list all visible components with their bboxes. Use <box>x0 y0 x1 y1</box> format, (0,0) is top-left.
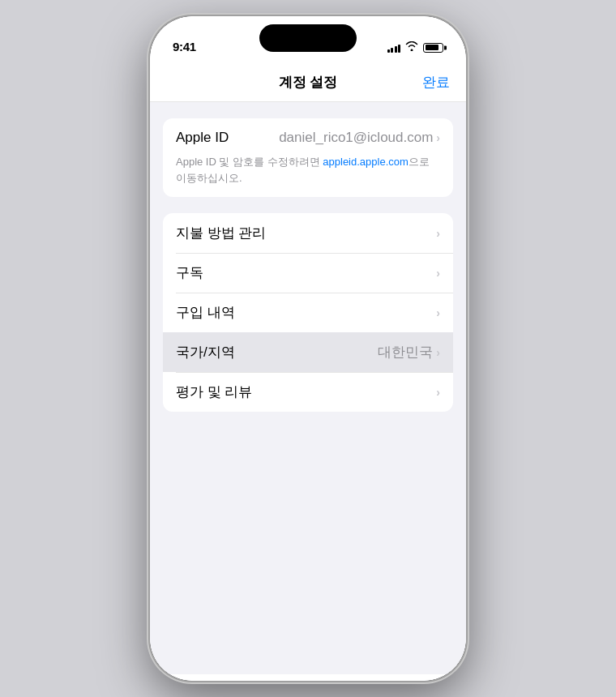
settings-content: Apple ID daniel_rico1@icloud.com › Apple… <box>150 102 466 674</box>
chevron-icon: › <box>436 306 440 319</box>
menu-section-group: 지불 방법 관리 › 구독 › 구입 내역 › <box>163 213 453 412</box>
appleid-link[interactable]: appleid.apple.com <box>323 156 409 168</box>
page-title: 계정 설정 <box>261 73 356 92</box>
dynamic-island <box>259 24 357 52</box>
menu-item-label: 구입 내역 <box>176 303 235 322</box>
menu-item-right: 대한민국 › <box>378 343 440 361</box>
status-time: 9:41 <box>173 40 196 53</box>
chevron-icon: › <box>436 267 440 280</box>
content-area: 계정 설정 완료 Apple ID daniel_rico1@icloud.co… <box>150 60 466 681</box>
menu-item-label: 구독 <box>176 263 203 282</box>
status-icons <box>387 41 444 53</box>
list-item[interactable]: 구독 › <box>163 253 453 293</box>
apple-id-chevron-icon: › <box>436 131 440 144</box>
nav-header: 계정 설정 완료 <box>150 60 466 102</box>
apple-id-email: daniel_rico1@icloud.com <box>279 130 433 146</box>
menu-item-right: › <box>436 306 440 319</box>
apple-id-label: Apple ID <box>176 130 229 146</box>
wifi-icon <box>405 41 418 53</box>
chevron-icon: › <box>436 386 440 399</box>
apple-id-row[interactable]: Apple ID daniel_rico1@icloud.com › <box>176 130 440 146</box>
menu-item-label: 지불 방법 관리 <box>176 224 266 242</box>
done-button[interactable]: 완료 <box>422 73 450 92</box>
signal-bars-icon <box>387 43 401 53</box>
menu-item-label: 평가 및 리뷰 <box>176 383 252 401</box>
chevron-icon: › <box>436 346 440 359</box>
menu-item-right: › <box>436 267 440 280</box>
apple-id-value-wrap: daniel_rico1@icloud.com › <box>279 130 440 146</box>
battery-icon <box>423 43 443 53</box>
phone-frame: 9:41 <box>150 16 466 681</box>
menu-item-label: 국가/지역 <box>176 343 235 361</box>
apple-id-card: Apple ID daniel_rico1@icloud.com › Apple… <box>163 118 453 197</box>
status-bar: 9:41 <box>150 16 466 60</box>
apple-id-description: Apple ID 및 암호를 수정하려면 appleid.apple.com으로… <box>176 154 440 186</box>
phone-inner: 9:41 <box>150 16 466 681</box>
list-item[interactable]: 지불 방법 관리 › <box>163 213 453 253</box>
list-item[interactable]: 구입 내역 › <box>163 293 453 332</box>
menu-item-right: › <box>436 386 440 399</box>
list-item[interactable]: 국가/지역 대한민국 › <box>163 332 453 372</box>
chevron-icon: › <box>436 227 440 240</box>
list-item[interactable]: 평가 및 리뷰 › <box>163 372 453 412</box>
menu-item-value: 대한민국 <box>378 343 433 361</box>
apple-id-desc-before: Apple ID 및 암호를 수정하려면 <box>176 156 323 168</box>
menu-item-right: › <box>436 227 440 240</box>
